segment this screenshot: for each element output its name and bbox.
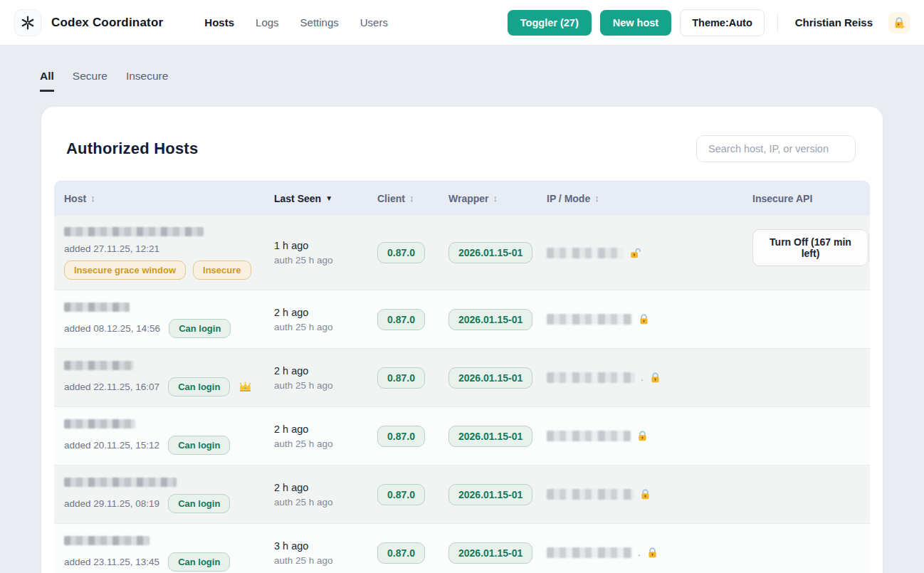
ip-suffix: . (641, 372, 644, 383)
sort-icon: ↕ (409, 193, 414, 204)
page-title: Authorized Hosts (66, 140, 198, 158)
wrapper-version-pill: 2026.01.15-01 (448, 309, 532, 330)
last-seen-value: 2 h ago (274, 482, 367, 493)
wrapper-version-pill: 2026.01.15-01 (448, 426, 532, 447)
locked-icon (638, 313, 650, 325)
can-login-badge: Can login (168, 494, 230, 513)
app-title: Codex Coordinator (51, 16, 163, 30)
client-version-pill: 0.87.0 (377, 484, 425, 505)
openai-swirl-icon (20, 15, 36, 31)
toggler-button[interactable]: Toggler (27) (508, 10, 592, 36)
column-header-wrapper[interactable]: Wrapper ↕ (439, 193, 537, 204)
insecure-badge: Insecure (193, 261, 251, 280)
nav-link-settings[interactable]: Settings (300, 16, 339, 28)
user-session-lock-button[interactable] (888, 12, 910, 33)
wrapper-version-pill: 2026.01.15-01 (448, 542, 532, 564)
user-name: Christian Reiss (795, 16, 873, 28)
client-version-pill: 0.87.0 (377, 309, 425, 330)
host-added-date: added 23.11.25, 13:45 (64, 557, 159, 567)
locked-icon (639, 488, 651, 500)
table-row[interactable]: added 27.11.25, 12:21 Insecure grace win… (54, 215, 870, 290)
app-logo (14, 9, 41, 36)
ip-suffix: . (638, 547, 641, 558)
wrapper-version-pill: 2026.01.15-01 (448, 242, 532, 263)
redacted-ip (547, 372, 635, 383)
crown-icon (238, 382, 252, 392)
redacted-ip (547, 489, 634, 500)
redacted-hostname (64, 478, 177, 487)
nav-link-users[interactable]: Users (360, 16, 388, 28)
sort-icon: ↕ (594, 193, 599, 204)
tab-all[interactable]: All (40, 70, 54, 92)
turn-off-insecure-api-button[interactable]: Turn Off (167 min left) (752, 229, 868, 266)
can-login-badge: Can login (168, 436, 230, 455)
last-seen-value: 2 h ago (274, 424, 367, 435)
can-login-badge: Can login (169, 319, 231, 338)
locked-icon (636, 430, 649, 442)
last-auth-value: auth 25 h ago (274, 438, 367, 449)
tab-secure[interactable]: Secure (73, 70, 107, 92)
nav-link-hosts[interactable]: Hosts (204, 16, 234, 28)
main-nav: Hosts Logs Settings Users (204, 16, 388, 28)
search-input[interactable] (696, 135, 856, 162)
theme-toggle-button[interactable]: Theme:Auto (680, 9, 765, 36)
sort-desc-icon: ▼ (325, 194, 332, 202)
top-navigation: Codex Coordinator Hosts Logs Settings Us… (0, 0, 924, 46)
table-header-row: Host ↕ Last Seen ▼ Client ↕ Wrapper ↕ IP… (54, 181, 870, 215)
last-seen-value: 3 h ago (274, 540, 367, 552)
nav-actions: Toggler (27) New host Theme:Auto Christi… (508, 9, 910, 36)
last-auth-value: auth 25 h ago (274, 497, 367, 508)
redacted-hostname (64, 419, 135, 429)
host-added-date: added 22.11.25, 16:07 (64, 382, 159, 392)
host-filter-tabs: All Secure Insecure (40, 70, 924, 92)
client-version-pill: 0.87.0 (377, 426, 425, 447)
last-seen-value: 2 h ago (274, 365, 367, 377)
last-auth-value: auth 25 h ago (274, 322, 367, 332)
redacted-hostname (64, 361, 134, 370)
authorized-hosts-panel: Authorized Hosts Host ↕ Last Seen ▼ Clie… (41, 107, 883, 573)
column-header-last-seen[interactable]: Last Seen ▼ (264, 193, 367, 204)
lock-with-key-icon (893, 16, 905, 29)
host-added-date: added 29.11.25, 08:19 (64, 498, 159, 509)
locked-icon (646, 547, 658, 559)
last-auth-value: auth 25 h ago (274, 555, 367, 566)
table-row[interactable]: added 29.11.25, 08:19 Can login 2 h ago … (54, 465, 870, 523)
redacted-ip (547, 431, 631, 441)
table-row[interactable]: added 08.12.25, 14:56 Can login 2 h ago … (54, 290, 870, 348)
host-added-date: added 20.11.25, 15:12 (64, 440, 159, 451)
nav-link-logs[interactable]: Logs (256, 16, 279, 28)
last-seen-value: 1 h ago (274, 240, 367, 251)
wrapper-version-pill: 2026.01.15-01 (448, 484, 532, 505)
tab-insecure[interactable]: Insecure (126, 70, 168, 92)
client-version-pill: 0.87.0 (377, 242, 425, 263)
can-login-badge: Can login (168, 552, 230, 572)
redacted-hostname (64, 536, 149, 545)
unlocked-icon (629, 247, 641, 259)
last-seen-value: 2 h ago (274, 307, 367, 318)
panel-header: Authorized Hosts (41, 107, 883, 181)
client-version-pill: 0.87.0 (377, 542, 425, 564)
redacted-ip (547, 314, 632, 325)
can-login-badge: Can login (168, 377, 230, 396)
redacted-hostname (64, 303, 130, 312)
table-row[interactable]: added 23.11.25, 13:45 Can login 3 h ago … (54, 523, 870, 573)
column-header-client[interactable]: Client ↕ (367, 193, 439, 204)
redacted-hostname (64, 227, 204, 236)
insecure-grace-badge: Insecure grace window (64, 261, 186, 280)
locked-icon (649, 372, 661, 384)
column-header-host[interactable]: Host ↕ (54, 193, 264, 204)
last-auth-value: auth 25 h ago (274, 255, 367, 266)
column-header-ip-mode[interactable]: IP / Mode ↕ (537, 193, 742, 204)
column-header-insecure-api: Insecure API (742, 193, 868, 204)
table-row[interactable]: added 22.11.25, 16:07 Can login 2 h ago … (54, 348, 870, 406)
last-auth-value: auth 25 h ago (274, 380, 367, 391)
redacted-ip (547, 248, 624, 258)
sort-icon: ↕ (90, 193, 95, 204)
nav-divider (777, 14, 778, 32)
table-row[interactable]: added 20.11.25, 15:12 Can login 2 h ago … (54, 406, 870, 465)
sort-icon: ↕ (493, 193, 498, 204)
hosts-table: Host ↕ Last Seen ▼ Client ↕ Wrapper ↕ IP… (54, 181, 870, 573)
wrapper-version-pill: 2026.01.15-01 (448, 367, 532, 389)
host-added-date: added 27.11.25, 12:21 (64, 243, 159, 254)
new-host-button[interactable]: New host (600, 10, 671, 36)
